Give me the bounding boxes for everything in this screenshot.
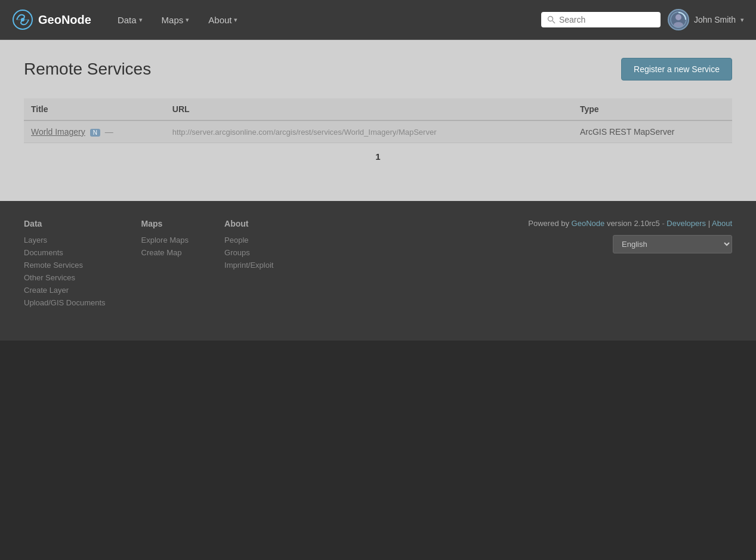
separator: | [708, 219, 710, 228]
search-icon [547, 16, 556, 24]
footer-link-upload-docs[interactable]: Upload/GIS Documents [24, 298, 106, 307]
nav-about-chevron-icon: ▾ [234, 16, 237, 24]
footer-link-explore-maps[interactable]: Explore Maps [141, 236, 189, 245]
footer-maps-heading: Maps [141, 219, 189, 228]
geonode-logo-icon [12, 9, 33, 30]
register-service-button[interactable]: Register a new Service [621, 58, 732, 81]
powered-by: Powered by GeoNode version 2.10rc5 - Dev… [528, 219, 732, 228]
table-header: Title URL Type [24, 98, 732, 120]
geonode-link[interactable]: GeoNode [572, 219, 605, 228]
footer-link-remote-services[interactable]: Remote Services [24, 261, 106, 270]
col-type: Type [573, 98, 732, 120]
about-link[interactable]: About [712, 219, 732, 228]
cell-url-0: http://server.arcgisonline.com/arcgis/re… [165, 120, 573, 143]
badge-0: N [90, 129, 100, 137]
svg-line-4 [553, 21, 555, 23]
user-menu[interactable]: John Smith ▾ [668, 9, 744, 30]
footer-link-other-services[interactable]: Other Services [24, 273, 106, 282]
footer-data-heading: Data [24, 219, 106, 228]
nav-item-maps[interactable]: Maps ▾ [153, 10, 198, 30]
user-name-label: John Smith [694, 15, 736, 24]
nav-data-label: Data [118, 15, 137, 25]
nav-maps-chevron-icon: ▾ [186, 16, 189, 24]
footer-link-layers[interactable]: Layers [24, 236, 106, 245]
cell-type-0: ArcGIS REST MapServer [573, 120, 732, 143]
navbar-right: John Smith ▾ [541, 9, 744, 30]
page-title: Remote Services [24, 60, 151, 79]
footer-about-heading: About [224, 219, 273, 228]
table-row: World Imagery N — http://server.arcgison… [24, 120, 732, 143]
version-text: version 2.10rc5 [607, 219, 660, 228]
cell-title-0: World Imagery N — [24, 120, 165, 143]
col-url: URL [165, 98, 573, 120]
nav-data-chevron-icon: ▾ [139, 16, 143, 24]
svg-point-5 [675, 14, 681, 20]
navbar: GeoNode Data ▾ Maps ▾ About ▾ [0, 0, 756, 40]
developers-link[interactable]: Developers [666, 219, 706, 228]
pagination: 1 [24, 143, 732, 170]
user-chevron-icon: ▾ [740, 16, 744, 24]
footer-columns: Data Layers Documents Remote Services Ot… [24, 219, 732, 311]
nav-menu: Data ▾ Maps ▾ About ▾ [109, 10, 541, 30]
avatar-icon [670, 11, 687, 28]
search-input[interactable] [559, 15, 655, 24]
page-header: Remote Services Register a new Service [24, 58, 732, 81]
col-title: Title [24, 98, 165, 120]
footer-right: Powered by GeoNode version 2.10rc5 - Dev… [528, 219, 732, 311]
footer-link-imprint[interactable]: Imprint/Exploit [224, 261, 273, 270]
page-1[interactable]: 1 [369, 149, 386, 164]
brand-logo[interactable]: GeoNode [12, 9, 91, 30]
svg-point-3 [548, 17, 553, 21]
table-body: World Imagery N — http://server.arcgison… [24, 120, 732, 143]
footer-link-create-layer[interactable]: Create Layer [24, 286, 106, 295]
footer-col-maps: Maps Explore Maps Create Map [141, 219, 189, 311]
powered-by-label: Powered by [528, 219, 569, 228]
footer-link-groups[interactable]: Groups [224, 248, 273, 257]
footer-link-people[interactable]: People [224, 236, 273, 245]
footer-link-create-map[interactable]: Create Map [141, 248, 189, 257]
footer-col-data: Data Layers Documents Remote Services Ot… [24, 219, 106, 311]
brand-text: GeoNode [38, 13, 91, 27]
nav-item-data[interactable]: Data ▾ [109, 10, 151, 30]
footer-link-documents[interactable]: Documents [24, 248, 106, 257]
avatar [668, 9, 689, 30]
service-url-0: http://server.arcgisonline.com/arcgis/re… [172, 128, 437, 137]
language-select[interactable]: English Français Español Deutsch [613, 235, 732, 253]
footer-col-about: About People Groups Imprint/Exploit [224, 219, 273, 311]
search-box[interactable] [541, 12, 661, 27]
service-title-link-0[interactable]: World Imagery [31, 127, 85, 137]
nav-item-about[interactable]: About ▾ [200, 10, 246, 30]
main-content: Remote Services Register a new Service T… [0, 40, 756, 201]
site-footer: Data Layers Documents Remote Services Ot… [0, 201, 756, 341]
services-table: Title URL Type World Imagery N — http://… [24, 98, 732, 143]
nav-maps-label: Maps [162, 15, 184, 25]
action-icon-0[interactable]: — [105, 127, 113, 137]
nav-about-label: About [208, 15, 232, 25]
